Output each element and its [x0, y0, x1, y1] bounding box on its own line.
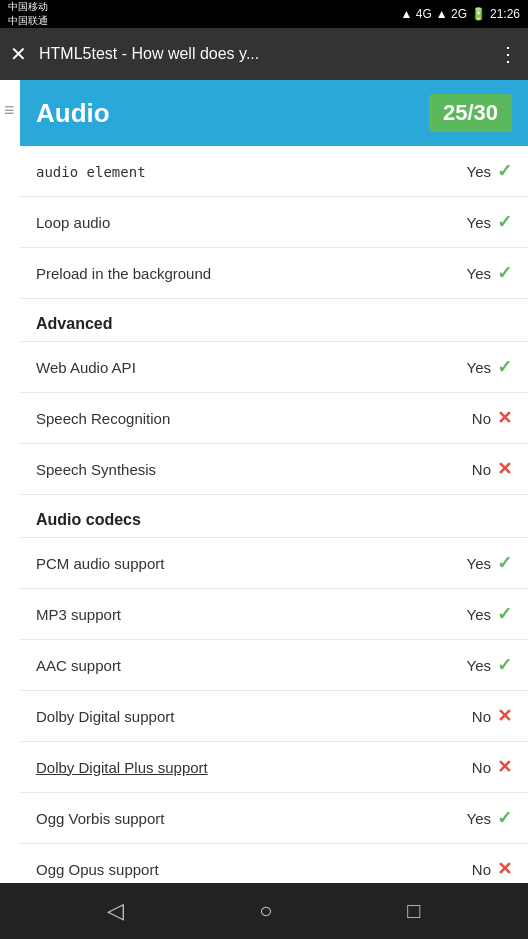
cross-icon: ✕: [497, 705, 512, 727]
check-icon: ✓: [497, 552, 512, 574]
feature-name: MP3 support: [36, 606, 121, 623]
section-score: 25/30: [429, 94, 512, 132]
advanced-label: Advanced: [36, 315, 112, 332]
hamburger-icon: ≡: [4, 100, 15, 121]
feature-result: Yes ✓: [406, 356, 512, 378]
check-icon: ✓: [497, 160, 512, 182]
signal2-icon: ▲ 2G: [436, 7, 467, 21]
bottom-nav: ◁ ○ □: [0, 883, 528, 939]
feature-name: Dolby Digital support: [36, 708, 174, 725]
status-bar: 中国移动 中国联通 ▲ 4G ▲ 2G 🔋 21:26: [0, 0, 528, 28]
table-row: Preload in the background Yes ✓: [20, 248, 528, 299]
home-button[interactable]: ○: [259, 898, 272, 924]
section-title: Audio: [36, 98, 110, 129]
feature-name: Web Audio API: [36, 359, 136, 376]
result-text: Yes: [467, 163, 491, 180]
codecs-subheader: Audio codecs: [20, 495, 528, 538]
result-text: Yes: [467, 214, 491, 231]
feature-name: PCM audio support: [36, 555, 164, 572]
result-text: Yes: [467, 810, 491, 827]
status-right: ▲ 4G ▲ 2G 🔋 21:26: [401, 7, 520, 21]
check-icon: ✓: [497, 262, 512, 284]
battery-icon: 🔋: [471, 7, 486, 21]
feature-result: Yes ✓: [406, 654, 512, 676]
result-text: Yes: [467, 606, 491, 623]
feature-name: Dolby Digital Plus support: [36, 759, 208, 776]
carrier-info: 中国移动 中国联通: [8, 0, 48, 28]
codecs-label: Audio codecs: [36, 511, 141, 528]
table-row: Speech Synthesis No ✕: [20, 444, 528, 495]
result-text: No: [472, 410, 491, 427]
browser-title: HTML5test - How well does y...: [39, 45, 486, 63]
result-text: Yes: [467, 265, 491, 282]
result-text: Yes: [467, 657, 491, 674]
back-button[interactable]: ◁: [107, 898, 124, 924]
table-row: Dolby Digital support No ✕: [20, 691, 528, 742]
close-button[interactable]: ✕: [10, 42, 27, 66]
table-row: PCM audio support Yes ✓: [20, 538, 528, 589]
sidebar-handle[interactable]: ≡: [0, 80, 20, 939]
carrier1: 中国移动: [8, 0, 48, 14]
feature-result: Yes ✓: [406, 211, 512, 233]
table-row: Loop audio Yes ✓: [20, 197, 528, 248]
table-row: Web Audio API Yes ✓: [20, 342, 528, 393]
check-icon: ✓: [497, 356, 512, 378]
feature-name: Loop audio: [36, 214, 110, 231]
result-text: No: [472, 759, 491, 776]
feature-result: Yes ✓: [406, 603, 512, 625]
result-text: No: [472, 861, 491, 878]
main-content: ≡ Audio 25/30 audio element Yes: [0, 80, 528, 939]
feature-result: Yes ✓: [406, 552, 512, 574]
menu-button[interactable]: ⋮: [498, 42, 518, 66]
cross-icon: ✕: [497, 756, 512, 778]
feature-result: Yes ✓: [406, 160, 512, 182]
advanced-subheader: Advanced: [20, 299, 528, 342]
feature-result: Yes ✓: [406, 807, 512, 829]
content-area: Audio 25/30 audio element Yes ✓: [20, 80, 528, 939]
feature-name: Preload in the background: [36, 265, 211, 282]
feature-result: No ✕: [406, 705, 512, 727]
feature-result: Yes ✓: [406, 262, 512, 284]
feature-name: Speech Recognition: [36, 410, 170, 427]
result-text: No: [472, 461, 491, 478]
table-row: MP3 support Yes ✓: [20, 589, 528, 640]
result-text: Yes: [467, 359, 491, 376]
feature-result: No ✕: [406, 407, 512, 429]
time-display: 21:26: [490, 7, 520, 21]
check-icon: ✓: [497, 211, 512, 233]
features-table: audio element Yes ✓ Loop audio Yes: [20, 146, 528, 939]
signal-icon: ▲ 4G: [401, 7, 432, 21]
content-wrapper: ≡ Audio 25/30 audio element Yes: [0, 80, 528, 939]
table-row: Dolby Digital Plus support No ✕: [20, 742, 528, 793]
result-text: Yes: [467, 555, 491, 572]
recent-button[interactable]: □: [407, 898, 420, 924]
cross-icon: ✕: [497, 407, 512, 429]
table-row: Speech Recognition No ✕: [20, 393, 528, 444]
cross-icon: ✕: [497, 458, 512, 480]
feature-result: No ✕: [406, 458, 512, 480]
check-icon: ✓: [497, 603, 512, 625]
feature-name: Ogg Opus support: [36, 861, 159, 878]
feature-name: Ogg Vorbis support: [36, 810, 164, 827]
feature-name: audio element: [36, 164, 146, 180]
table-row: Ogg Vorbis support Yes ✓: [20, 793, 528, 844]
browser-toolbar: ✕ HTML5test - How well does y... ⋮: [0, 28, 528, 80]
table-row: audio element Yes ✓: [20, 146, 528, 197]
table-row: AAC support Yes ✓: [20, 640, 528, 691]
cross-icon: ✕: [497, 858, 512, 880]
feature-name: Speech Synthesis: [36, 461, 156, 478]
result-text: No: [472, 708, 491, 725]
check-icon: ✓: [497, 654, 512, 676]
check-icon: ✓: [497, 807, 512, 829]
carrier2: 中国联通: [8, 14, 48, 28]
feature-result: No ✕: [406, 756, 512, 778]
section-header: Audio 25/30: [20, 80, 528, 146]
feature-result: No ✕: [406, 858, 512, 880]
feature-name: AAC support: [36, 657, 121, 674]
